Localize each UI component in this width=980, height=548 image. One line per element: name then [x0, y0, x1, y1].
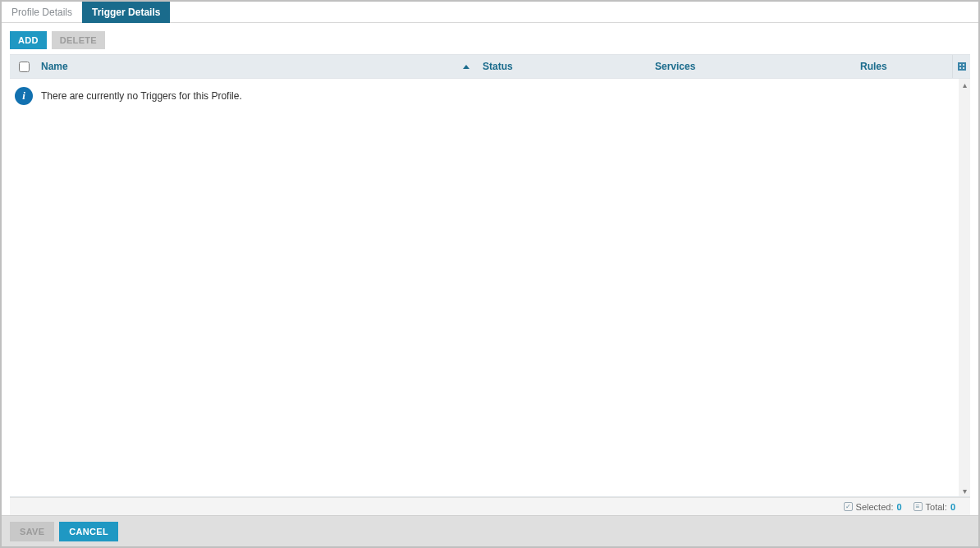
scroll-down-button[interactable]: ▾ [959, 485, 970, 496]
app-window: Profile Details Trigger Details ADD DELE… [0, 0, 980, 548]
toolbar: ADD DELETE [10, 31, 970, 49]
status-bar: ✓ Selected: 0 ≡ Total: 0 [10, 497, 970, 515]
total-label: Total: [926, 502, 947, 512]
info-icon [15, 87, 33, 105]
column-picker-button[interactable] [952, 55, 970, 78]
select-all-checkbox[interactable] [19, 62, 30, 72]
save-button: SAVE [10, 522, 54, 541]
list-icon: ≡ [914, 502, 923, 511]
add-button[interactable]: ADD [10, 31, 47, 49]
select-all-cell [10, 59, 38, 75]
delete-button: DELETE [52, 31, 105, 49]
columns-icon [958, 62, 966, 71]
column-header-rules[interactable]: Rules [857, 61, 952, 72]
tab-trigger-details[interactable]: Trigger Details [82, 2, 170, 23]
selected-value: 0 [896, 502, 901, 512]
table-body: There are currently no Triggers for this… [10, 79, 970, 497]
column-header-services[interactable]: Services [652, 61, 857, 72]
scroll-up-button[interactable]: ▴ [959, 79, 970, 90]
column-header-status[interactable]: Status [479, 61, 652, 72]
empty-state-row: There are currently no Triggers for this… [10, 79, 970, 113]
tab-profile-details[interactable]: Profile Details [2, 2, 82, 23]
selected-label: Selected: [856, 502, 894, 512]
empty-state-text: There are currently no Triggers for this… [41, 90, 242, 102]
checkbox-icon: ✓ [844, 502, 853, 511]
scrollbar-track[interactable]: ▴ ▾ [959, 79, 970, 496]
tabs-bar: Profile Details Trigger Details [2, 2, 978, 23]
column-header-name-label: Name [41, 61, 68, 72]
footer-bar: SAVE CANCEL [2, 515, 978, 546]
status-selected: ✓ Selected: 0 [844, 502, 902, 512]
sort-asc-icon [463, 65, 469, 69]
cancel-button[interactable]: CANCEL [59, 522, 118, 541]
status-total: ≡ Total: 0 [914, 502, 955, 512]
total-value: 0 [950, 502, 955, 512]
content-pane: ADD DELETE Name Status Services Rules Th… [2, 23, 978, 515]
column-header-name[interactable]: Name [38, 61, 479, 72]
table-header: Name Status Services Rules [10, 54, 970, 79]
